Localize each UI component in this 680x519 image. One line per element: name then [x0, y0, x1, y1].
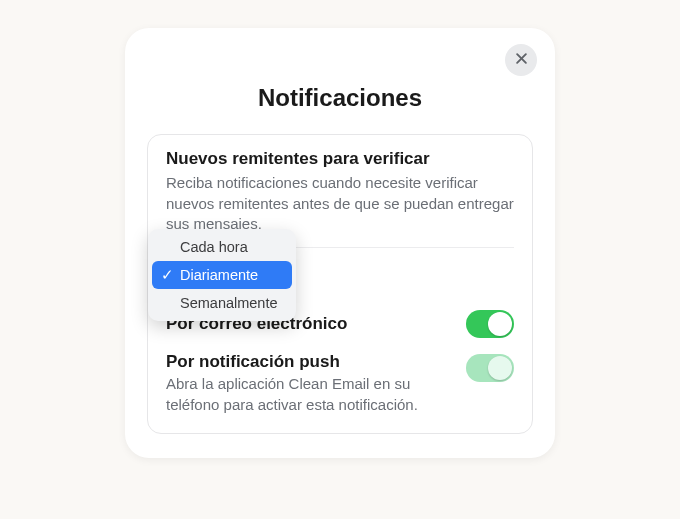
- close-button[interactable]: [505, 44, 537, 76]
- notifications-modal: Notificaciones Nuevos remitentes para ve…: [125, 28, 555, 458]
- push-toggle[interactable]: [466, 354, 514, 382]
- section-description: Reciba notificaciones cuando necesite ve…: [166, 173, 514, 235]
- push-notification-row: Por notificación push Abra la aplicación…: [166, 350, 514, 417]
- email-toggle[interactable]: [466, 310, 514, 338]
- frequency-dropdown[interactable]: Cada hora ✓ Diariamente Semanalmente: [148, 229, 296, 321]
- check-icon: ✓: [160, 267, 174, 283]
- new-senders-section: Nuevos remitentes para verificar Reciba …: [166, 149, 514, 235]
- section-title: Nuevos remitentes para verificar: [166, 149, 514, 169]
- dropdown-option-daily[interactable]: ✓ Diariamente: [152, 261, 292, 289]
- push-row-description: Abra la aplicación Clean Email en su tel…: [166, 374, 456, 415]
- dropdown-option-hourly[interactable]: Cada hora: [152, 233, 292, 261]
- push-row-label: Por notificación push: [166, 352, 456, 372]
- toggle-knob: [488, 356, 512, 380]
- close-icon: [514, 51, 529, 69]
- dropdown-option-label: Semanalmente: [180, 295, 278, 311]
- dropdown-option-weekly[interactable]: Semanalmente: [152, 289, 292, 317]
- dropdown-option-label: Cada hora: [180, 239, 248, 255]
- settings-card: Nuevos remitentes para verificar Reciba …: [147, 134, 533, 434]
- dropdown-option-label: Diariamente: [180, 267, 258, 283]
- push-row-text: Por notificación push Abra la aplicación…: [166, 352, 456, 415]
- modal-title: Notificaciones: [147, 84, 533, 112]
- toggle-knob: [488, 312, 512, 336]
